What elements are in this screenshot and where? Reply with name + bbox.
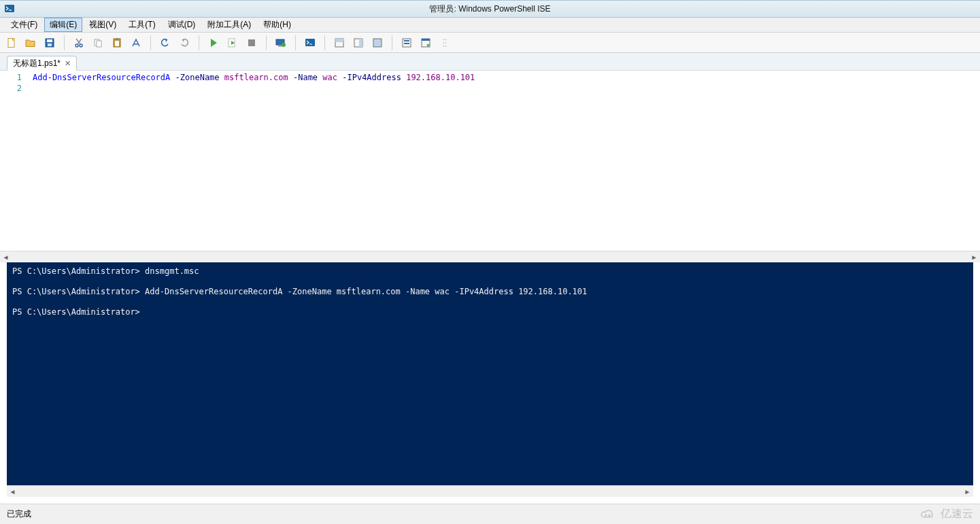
script-editor[interactable]: 12 Add-DnsServerResourceRecordA -ZoneNam… bbox=[0, 71, 980, 251]
svg-rect-12 bbox=[116, 38, 119, 40]
show-script-pane-right-button[interactable] bbox=[350, 34, 367, 52]
console-line: PS C:\Users\Administrator> Add-DnsServer… bbox=[12, 287, 968, 297]
scroll-right-icon[interactable]: ► bbox=[962, 487, 973, 497]
new-file-button[interactable] bbox=[3, 34, 20, 52]
open-file-button[interactable] bbox=[22, 34, 39, 52]
show-command-addon-button[interactable] bbox=[398, 34, 416, 52]
svg-point-34 bbox=[443, 46, 445, 47]
script-tab[interactable]: 无标题1.ps1* ✕ bbox=[7, 56, 77, 71]
show-script-pane-max-button[interactable] bbox=[369, 34, 386, 52]
scroll-left-icon[interactable]: ◄ bbox=[0, 252, 12, 262]
menu-view[interactable]: 视图(V) bbox=[84, 18, 122, 32]
code-token: -ZoneName bbox=[175, 73, 220, 82]
show-script-pane-top-button[interactable] bbox=[331, 34, 348, 52]
undo-button[interactable] bbox=[156, 34, 174, 52]
console-horizontal-scrollbar[interactable]: ◄ ► bbox=[7, 485, 973, 497]
tab-label: 无标题1.ps1* bbox=[13, 58, 61, 69]
toolbar-separator bbox=[266, 35, 267, 50]
code-token bbox=[288, 73, 293, 82]
console-prompt: PS C:\Users\Administrator> bbox=[12, 307, 140, 317]
code-token: -Name bbox=[293, 73, 318, 82]
code-token: 192.168.10.101 bbox=[406, 73, 475, 82]
toolbar bbox=[0, 33, 980, 53]
scroll-right-icon[interactable]: ► bbox=[968, 252, 980, 262]
toolbar-handle[interactable] bbox=[436, 34, 454, 52]
status-text: 已完成 bbox=[7, 508, 31, 520]
menu-file[interactable]: 文件(F) bbox=[5, 18, 43, 32]
svg-rect-11 bbox=[115, 41, 119, 46]
menu-addons[interactable]: 附加工具(A) bbox=[202, 18, 256, 32]
console-command: dnsmgmt.msc bbox=[140, 266, 199, 276]
code-token bbox=[170, 73, 175, 82]
window: 管理员: Windows PowerShell ISE 文件(F) 编辑(E) … bbox=[0, 0, 980, 524]
svg-rect-4 bbox=[47, 39, 52, 42]
toolbar-separator bbox=[295, 35, 296, 50]
svg-rect-26 bbox=[404, 40, 409, 41]
run-script-button[interactable] bbox=[205, 34, 222, 52]
svg-rect-23 bbox=[359, 39, 362, 47]
line-number: 1 bbox=[0, 72, 22, 83]
code-token: wac bbox=[322, 73, 337, 82]
title-bar: 管理员: Windows PowerShell ISE bbox=[0, 0, 980, 18]
toolbar-separator bbox=[199, 35, 199, 50]
svg-rect-21 bbox=[335, 39, 343, 42]
run-selection-button[interactable] bbox=[224, 34, 241, 52]
svg-point-31 bbox=[445, 39, 447, 40]
save-button[interactable] bbox=[41, 34, 58, 52]
menu-help[interactable]: 帮助(H) bbox=[258, 18, 297, 32]
svg-rect-15 bbox=[248, 39, 255, 46]
menu-debug[interactable]: 调试(D) bbox=[163, 18, 201, 32]
editor-code[interactable]: Add-DnsServerResourceRecordA -ZoneName m… bbox=[27, 71, 475, 251]
svg-rect-9 bbox=[97, 41, 101, 47]
code-token bbox=[220, 73, 224, 82]
console-pane[interactable]: PS C:\Users\Administrator> dnsmgmt.mscPS… bbox=[7, 262, 973, 485]
toolbar-separator bbox=[64, 35, 65, 50]
clear-button[interactable] bbox=[127, 34, 145, 52]
svg-point-32 bbox=[443, 42, 445, 43]
code-token: msftlearn.com bbox=[224, 73, 288, 82]
script-editor-pane: 12 Add-DnsServerResourceRecordA -ZoneNam… bbox=[0, 71, 980, 262]
code-token: -IPv4Address bbox=[342, 73, 401, 82]
code-line[interactable] bbox=[33, 83, 475, 94]
show-command-window-button[interactable] bbox=[417, 34, 435, 52]
svg-rect-19 bbox=[305, 39, 315, 46]
svg-rect-17 bbox=[278, 46, 282, 47]
copy-button[interactable] bbox=[89, 34, 107, 52]
menu-tools[interactable]: 工具(T) bbox=[123, 18, 160, 32]
svg-rect-5 bbox=[48, 43, 52, 46]
watermark-text: 亿速云 bbox=[941, 507, 973, 521]
code-line[interactable]: Add-DnsServerResourceRecordA -ZoneName m… bbox=[33, 72, 475, 83]
close-icon[interactable]: ✕ bbox=[65, 59, 71, 68]
paste-button[interactable] bbox=[108, 34, 126, 52]
svg-rect-27 bbox=[404, 43, 409, 44]
menu-bar: 文件(F) 编辑(E) 视图(V) 工具(T) 调试(D) 附加工具(A) 帮助… bbox=[0, 18, 980, 33]
console-pane-wrap: PS C:\Users\Administrator> dnsmgmt.mscPS… bbox=[7, 262, 973, 497]
menu-edit[interactable]: 编辑(E) bbox=[44, 18, 82, 32]
console-line: PS C:\Users\Administrator> dnsmgmt.msc bbox=[12, 266, 968, 277]
scroll-track[interactable] bbox=[12, 253, 968, 261]
console-prompt: PS C:\Users\Administrator> bbox=[12, 287, 140, 296]
editor-horizontal-scrollbar[interactable]: ◄ ► bbox=[0, 251, 980, 262]
toolbar-separator bbox=[324, 35, 325, 50]
console-prompt: PS C:\Users\Administrator> bbox=[12, 266, 140, 276]
toolbar-separator bbox=[392, 35, 392, 50]
svg-point-18 bbox=[282, 43, 286, 47]
scroll-left-icon[interactable]: ◄ bbox=[7, 487, 18, 497]
stop-button[interactable] bbox=[243, 34, 260, 52]
cut-button[interactable] bbox=[70, 34, 88, 52]
new-remote-tab-button[interactable] bbox=[272, 34, 290, 52]
svg-point-33 bbox=[445, 42, 447, 43]
redo-button[interactable] bbox=[175, 34, 193, 52]
editor-gutter: 12 bbox=[0, 71, 27, 251]
cloud-icon bbox=[919, 508, 936, 521]
code-token: Add-DnsServerResourceRecordA bbox=[33, 73, 170, 82]
svg-point-35 bbox=[445, 46, 447, 47]
script-tabs: 无标题1.ps1* ✕ bbox=[0, 53, 980, 71]
line-number: 2 bbox=[0, 83, 22, 94]
console-command: Add-DnsServerResourceRecordA -ZoneName m… bbox=[140, 287, 587, 296]
start-powershell-button[interactable] bbox=[301, 34, 319, 52]
status-bar: 已完成 亿速云 bbox=[0, 504, 980, 524]
window-title: 管理员: Windows PowerShell ISE bbox=[0, 3, 980, 15]
console-line: PS C:\Users\Administrator> bbox=[12, 307, 968, 317]
svg-point-36 bbox=[925, 514, 927, 517]
